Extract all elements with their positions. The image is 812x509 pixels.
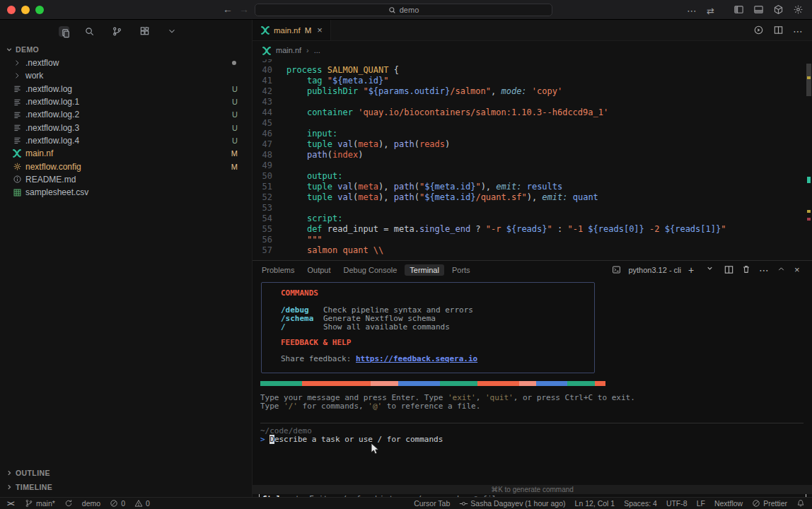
tree-item-nextflow-log[interactable]: .nextflow.logU (0, 83, 252, 95)
panel-tab-output[interactable]: Output (307, 266, 330, 274)
statusbar-prettier-item[interactable]: Prettier (752, 499, 787, 508)
feedback-link[interactable]: https://feedback.seqera.io (356, 354, 477, 363)
gradient-segment (260, 381, 302, 386)
breadcrumb[interactable]: main.nf › ... (253, 41, 812, 59)
line-number: 53 (253, 203, 272, 213)
close-x-icon[interactable]: × (794, 264, 805, 275)
panel-tab-debug-console[interactable]: Debug Console (344, 266, 398, 274)
timeline-section-header[interactable]: TIMELINE (0, 480, 252, 494)
line-number: 48 (253, 150, 272, 160)
statusbar-0-item[interactable]: 0 (134, 499, 150, 508)
activity-search-icon[interactable] (84, 26, 95, 37)
code-line: 50 output: (253, 171, 812, 182)
code-text: tuple val(meta), path("${meta.id}/quant.… (286, 192, 598, 203)
git-status-badge: U (232, 85, 238, 93)
statusbar-bell-item[interactable] (796, 499, 805, 508)
explorer-section-header[interactable]: DEMO (0, 42, 252, 57)
statusbar-lf-item[interactable]: LF (697, 499, 705, 508)
more-icon[interactable]: ⋯ (759, 264, 770, 275)
statusbar-main*-item[interactable]: main* (25, 499, 55, 508)
statusbar-spaces-item[interactable]: Spaces: 4 (624, 499, 657, 508)
panel-tab-terminal[interactable]: Terminal (405, 264, 444, 276)
tree-item-readme-md[interactable]: README.md (0, 173, 252, 186)
tree-item-nextflow-log-3[interactable]: .nextflow.log.3U (0, 121, 252, 134)
breadcrumb-more[interactable]: ... (314, 46, 320, 54)
ruler-mark (807, 218, 811, 221)
line-number: 41 (253, 76, 272, 86)
statusbar-0-item[interactable]: 0 (110, 499, 125, 508)
statusbar-sasha-item[interactable]: Sasha Dagayev (1 hour ago) (459, 499, 565, 508)
panel-tab-problems[interactable]: Problems (262, 266, 294, 274)
tree-item-nextflow-log-4[interactable]: .nextflow.log.4U (0, 134, 252, 147)
tree-item-samplesheet-csv[interactable]: samplesheet.csv (0, 186, 252, 199)
minimize-window-button[interactable] (21, 6, 30, 14)
statusbar-utf-8-item[interactable]: UTF-8 (666, 499, 688, 508)
activity-extensions-icon[interactable] (139, 26, 150, 37)
code-line: 48 path(index) (253, 150, 812, 160)
more-icon[interactable]: ⋯ (687, 4, 697, 15)
pipeline-run-icon[interactable] (753, 25, 764, 35)
command-name: /schema (281, 315, 323, 323)
statusbar-cursor-item[interactable]: Cursor Tab (414, 499, 450, 508)
activity-source-control-icon[interactable] (112, 26, 122, 37)
more-icon[interactable]: ⋯ (793, 25, 804, 35)
breadcrumb-file[interactable]: main.nf (276, 46, 301, 54)
chevron-down-icon[interactable] (167, 26, 178, 37)
editor-scrollbar[interactable] (806, 64, 811, 96)
layout-sidebar-icon[interactable] (733, 4, 744, 15)
gradient-segment (536, 381, 567, 386)
tree-item-main-nf[interactable]: main.nfM (0, 147, 252, 160)
trash-icon[interactable] (741, 264, 752, 275)
search-value: demo (400, 6, 419, 14)
log-file-icon (11, 136, 23, 145)
nav-back-button[interactable]: ← (223, 4, 233, 15)
settings-gear-icon[interactable] (793, 4, 804, 15)
tree-item-nextflow-log-1[interactable]: .nextflow.log.1U (0, 95, 252, 108)
split-editor-icon[interactable] (724, 264, 734, 275)
chevron-right-icon (11, 71, 23, 80)
line-number: 51 (253, 182, 272, 192)
code-line: 52 tuple val(meta), path("${meta.id}/qua… (253, 192, 812, 203)
log-file-icon (11, 123, 23, 132)
line-number: 54 (253, 213, 272, 224)
log-file-icon (11, 98, 23, 107)
tree-item-nextflow[interactable]: .nextflow (0, 57, 252, 69)
maximize-window-button[interactable] (35, 6, 44, 14)
code-line: 40process SALMON_QUANT { (253, 65, 812, 76)
chevron-down-icon[interactable] (706, 264, 717, 275)
cube-icon[interactable] (773, 4, 784, 15)
layout-panel-icon[interactable] (753, 4, 764, 15)
statusbar-remote-item[interactable]: >< (7, 499, 16, 508)
statusbar-nextflow-item[interactable]: Nextflow (714, 499, 743, 508)
nav-forward-button[interactable]: → (239, 4, 249, 15)
chevron-up-icon[interactable] (777, 264, 787, 275)
code-editor[interactable]: 3940process SALMON_QUANT {41 tag "${meta… (253, 59, 812, 260)
gradient-segment (398, 381, 440, 386)
tree-item-nextflow-log-2[interactable]: .nextflow.log.2U (0, 108, 252, 121)
split-editor-icon[interactable] (773, 25, 784, 35)
terminal-instance-label[interactable]: python3.12 - cli (628, 266, 681, 274)
statusbar-demo-item[interactable]: demo (82, 499, 100, 508)
plus-icon[interactable]: + (688, 264, 699, 275)
outline-section-header[interactable]: OUTLINE (0, 466, 252, 480)
tab-main-nf[interactable]: main.nf M × (253, 20, 331, 40)
tree-item-work[interactable]: work (0, 69, 252, 82)
file-label: .nextflow.log.3 (25, 123, 79, 133)
terminal-view[interactable]: COMMANDS /debugCheck pipeline syntax and… (253, 279, 812, 497)
cmdk-hint-text: ⌘K to generate command (491, 486, 574, 494)
terminal-prompt-input[interactable]: > Describe a task or use / for commands (260, 435, 443, 444)
panel-tab-ports[interactable]: Ports (452, 266, 470, 274)
tab-label: main.nf (274, 26, 301, 35)
close-window-button[interactable] (7, 6, 16, 14)
statusbar-sync-item[interactable] (64, 499, 73, 508)
sync-arrows-icon[interactable]: ⇄ (707, 4, 717, 15)
file-label: .nextflow.log.2 (25, 110, 79, 119)
tab-close-icon[interactable]: × (317, 25, 323, 35)
tree-item-nextflow-config[interactable]: nextflow.configM (0, 160, 252, 172)
statusbar-ln-item[interactable]: Ln 12, Col 1 (575, 499, 615, 508)
code-text: def read_input = meta.single_end ? "-r $… (286, 224, 726, 235)
activity-files-icon[interactable] (59, 26, 69, 37)
statusbar-item-text: Ln 12, Col 1 (575, 499, 615, 508)
ruler-mark (807, 210, 811, 213)
command-center-search[interactable]: demo (255, 4, 552, 16)
